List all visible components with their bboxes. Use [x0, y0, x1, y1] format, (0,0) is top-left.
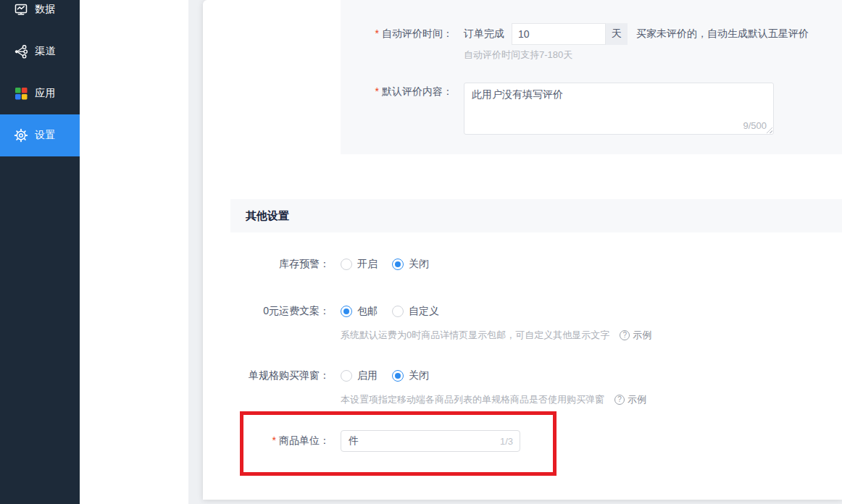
radio-circle-icon: [392, 370, 404, 382]
free-shipping-label: 0元运费文案：: [203, 305, 330, 318]
default-review-textarea[interactable]: 此用户没有填写评价: [464, 83, 774, 135]
other-settings-body: 库存预警： 开启 关闭 0元运费文案： 包邮: [203, 232, 842, 453]
stock-warning-row: 库存预警： 开启 关闭: [203, 253, 842, 276]
days-unit-addon: 天: [606, 23, 628, 45]
radio-label: 启用: [357, 369, 378, 382]
radio-single-spec-enable[interactable]: 启用: [341, 369, 378, 382]
stock-warning-radio-group: 开启 关闭: [341, 258, 443, 271]
sidebar-item-apps[interactable]: 应用: [0, 72, 80, 114]
radio-circle-icon: [341, 259, 352, 270]
single-spec-example-link[interactable]: 示例: [628, 394, 646, 406]
free-shipping-row: 0元运费文案： 包邮 自定义: [203, 300, 842, 323]
radio-free-shipping-baoyou[interactable]: 包邮: [341, 305, 378, 318]
radio-circle-icon: [392, 259, 404, 270]
settings-content: 自动评价时间： 订单完成 天 买家未评价的，自动生成默认五星评价 自动评价时间支…: [203, 0, 842, 500]
radio-circle-icon: [341, 306, 352, 317]
other-settings-header: 其他设置: [230, 199, 842, 232]
radio-circle-icon: [341, 370, 352, 382]
monitor-chart-icon: [14, 2, 28, 17]
single-spec-radio-group: 启用 关闭: [341, 369, 443, 382]
secondary-panel: [80, 0, 188, 504]
product-unit-input[interactable]: [341, 430, 520, 452]
default-review-row: 默认评价内容： 此用户没有填写评价 9/500: [341, 83, 842, 135]
free-shipping-example-link[interactable]: 示例: [633, 329, 651, 341]
free-shipping-radio-group: 包邮 自定义: [341, 305, 454, 318]
radio-label: 关闭: [409, 258, 429, 271]
auto-review-description: 买家未评价的，自动生成默认五星评价: [636, 28, 809, 41]
radio-free-shipping-custom[interactable]: 自定义: [392, 305, 439, 318]
auto-review-time-row: 自动评价时间： 订单完成 天 买家未评价的，自动生成默认五星评价: [341, 23, 842, 45]
radio-circle-icon: [392, 306, 404, 317]
sidebar-item-label: 渠道: [35, 45, 56, 58]
radio-label: 开启: [357, 258, 378, 271]
sidebar-item-channels[interactable]: 渠道: [0, 30, 80, 72]
radio-label: 关闭: [409, 369, 429, 382]
auto-review-help-text: 自动评价时间支持7-180天: [464, 49, 842, 61]
default-review-counter: 9/500: [743, 120, 767, 131]
product-unit-row: 商品单位： 1/3: [203, 429, 842, 453]
sidebar-item-label: 应用: [35, 87, 56, 100]
default-review-label: 默认评价内容：: [341, 83, 453, 98]
radio-stock-warning-off[interactable]: 关闭: [392, 258, 429, 271]
single-spec-row: 单规格购买弹窗： 启用 关闭: [203, 364, 842, 387]
radio-single-spec-off[interactable]: 关闭: [392, 369, 429, 382]
share-network-icon: [14, 44, 28, 59]
review-settings-card: 自动评价时间： 订单完成 天 买家未评价的，自动生成默认五星评价 自动评价时间支…: [341, 0, 842, 154]
single-spec-help-text: 本设置项指定移动端各商品列表的单规格商品是否使用购买弹窗: [341, 394, 604, 406]
sidebar-item-data[interactable]: 数据: [0, 0, 80, 30]
question-circle-icon[interactable]: [620, 330, 630, 340]
gear-icon: [14, 128, 28, 143]
free-shipping-help: 系统默认运费为0时商品详情页显示包邮，可自定义其他显示文字 示例: [341, 329, 842, 341]
free-shipping-help-text: 系统默认运费为0时商品详情页显示包邮，可自定义其他显示文字: [341, 329, 609, 341]
apps-grid-icon: [14, 86, 28, 101]
sidebar-item-label: 设置: [35, 129, 56, 142]
single-spec-help: 本设置项指定移动端各商品列表的单规格商品是否使用购买弹窗 示例: [341, 394, 842, 406]
radio-label: 自定义: [409, 305, 439, 318]
other-settings-title: 其他设置: [246, 209, 289, 223]
main-sidebar: 数据 渠道 应用: [0, 0, 80, 504]
auto-review-days-input[interactable]: [512, 23, 606, 45]
single-spec-label: 单规格购买弹窗：: [203, 369, 330, 382]
stock-warning-label: 库存预警：: [203, 258, 330, 271]
product-unit-label: 商品单位：: [203, 434, 330, 448]
product-unit-counter: 1/3: [500, 436, 513, 447]
sidebar-item-settings[interactable]: 设置: [0, 114, 80, 156]
auto-review-time-label: 自动评价时间：: [341, 28, 453, 41]
radio-label: 包邮: [357, 305, 378, 318]
sidebar-item-label: 数据: [35, 3, 56, 16]
question-circle-icon[interactable]: [614, 395, 625, 405]
order-complete-text: 订单完成: [464, 28, 504, 41]
radio-stock-warning-on[interactable]: 开启: [341, 258, 378, 271]
